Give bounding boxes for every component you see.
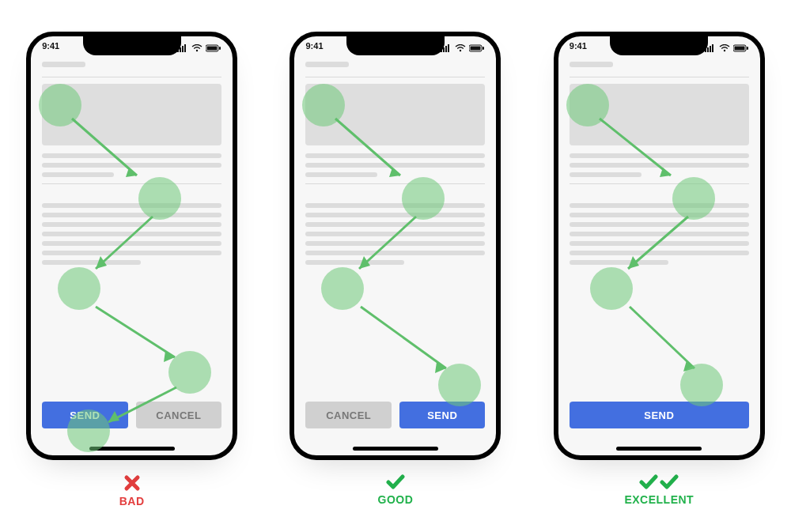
variant-excellent: 9:41: [554, 32, 765, 506]
rating-label-good: GOOD: [378, 474, 414, 506]
svg-marker-41: [628, 256, 639, 269]
svg-line-40: [628, 217, 688, 269]
status-time: 9:41: [570, 41, 587, 55]
svg-point-34: [724, 50, 725, 51]
svg-marker-25: [389, 168, 400, 177]
svg-rect-23: [483, 47, 484, 50]
battery-icon: [733, 44, 749, 52]
status-time: 9:41: [305, 41, 323, 55]
placeholder-line: [305, 203, 485, 208]
phone-frame: 9:41: [554, 32, 765, 460]
phone-notch: [346, 35, 445, 55]
variant-good: 9:41: [290, 32, 501, 506]
svg-line-14: [108, 387, 176, 422]
variant-bad: 9:41: [26, 32, 237, 507]
svg-marker-9: [126, 168, 137, 177]
svg-rect-36: [734, 47, 744, 51]
check-icon: [386, 474, 405, 490]
svg-rect-22: [471, 47, 481, 51]
svg-marker-11: [96, 256, 107, 269]
svg-line-38: [600, 119, 671, 175]
svg-rect-3: [184, 44, 186, 52]
svg-line-26: [359, 217, 416, 269]
cross-icon: [123, 474, 141, 492]
svg-rect-31: [707, 47, 709, 52]
svg-line-10: [96, 217, 153, 269]
cancel-button-label: CANCEL: [326, 409, 371, 421]
svg-rect-32: [710, 46, 711, 52]
svg-rect-2: [182, 46, 184, 52]
svg-rect-7: [219, 47, 221, 50]
placeholder-title: [305, 62, 349, 67]
home-indicator: [353, 447, 438, 451]
svg-line-42: [630, 307, 694, 368]
svg-point-4: [196, 50, 198, 51]
phone-notch: [83, 35, 181, 55]
send-button[interactable]: SEND: [570, 402, 749, 428]
placeholder-line: [570, 203, 749, 208]
svg-rect-33: [712, 44, 713, 52]
svg-rect-6: [207, 47, 218, 51]
rating-label-bad: BAD: [119, 474, 145, 507]
svg-marker-27: [359, 256, 370, 269]
check-icon: [660, 474, 679, 490]
check-icon: [639, 474, 658, 490]
svg-rect-18: [445, 46, 447, 52]
rating-text: EXCELLENT: [624, 493, 694, 506]
svg-rect-19: [448, 44, 449, 52]
svg-rect-1: [180, 47, 181, 52]
wifi-icon: [719, 44, 730, 52]
phone-notch: [610, 35, 708, 55]
placeholder-title: [42, 62, 85, 67]
battery-icon: [469, 44, 485, 52]
divider: [570, 77, 749, 77]
home-indicator: [616, 447, 702, 451]
svg-line-12: [96, 307, 175, 357]
rating-label-excellent: EXCELLENT: [624, 474, 694, 506]
placeholder-title: [570, 62, 613, 67]
divider: [305, 77, 485, 77]
send-button[interactable]: SEND: [399, 402, 486, 428]
rating-text: BAD: [119, 495, 145, 507]
placeholder-line: [42, 203, 221, 208]
svg-rect-37: [747, 47, 748, 50]
send-button-label: SEND: [427, 409, 457, 421]
svg-point-20: [460, 50, 461, 51]
wifi-icon: [455, 44, 466, 52]
svg-line-8: [72, 119, 137, 175]
battery-icon: [206, 44, 221, 52]
divider: [42, 77, 221, 77]
phone-frame: 9:41: [290, 32, 501, 460]
button-row: SEND: [570, 402, 749, 428]
status-time: 9:41: [42, 41, 59, 55]
svg-rect-17: [443, 47, 445, 52]
cancel-button[interactable]: CANCEL: [305, 402, 392, 428]
svg-line-28: [361, 307, 446, 368]
rating-text: GOOD: [378, 493, 414, 506]
svg-line-24: [335, 119, 400, 175]
wifi-icon: [191, 44, 202, 52]
diagram-comparison: 9:41: [0, 0, 791, 532]
send-button-label: SEND: [644, 409, 674, 421]
phone-frame: 9:41: [26, 32, 237, 460]
